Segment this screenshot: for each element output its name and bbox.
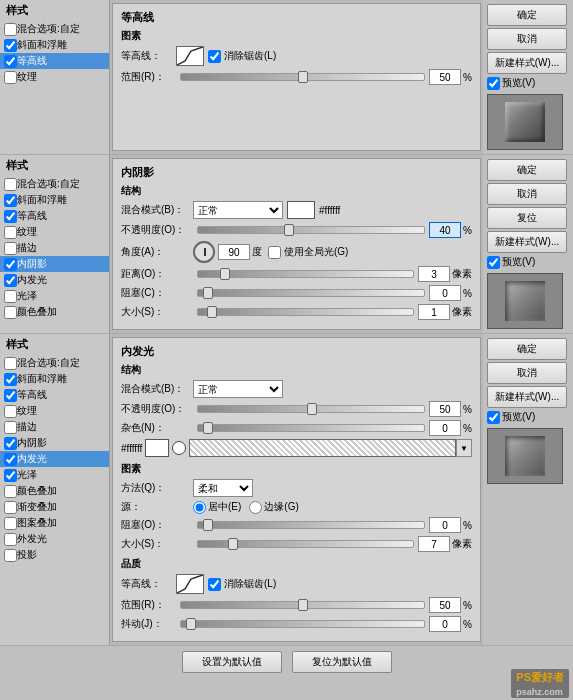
sidebar-2-blend[interactable]: 混合选项:自定 <box>0 176 109 192</box>
distance-slider-2[interactable] <box>197 270 414 278</box>
set-default-button[interactable]: 设置为默认值 <box>182 651 282 673</box>
sidebar-3-outer-glow[interactable]: 外发光 <box>0 531 109 547</box>
jitter-input-3[interactable] <box>429 616 461 632</box>
sidebar-2-inner-shadow[interactable]: 内阴影 <box>0 256 109 272</box>
inner-shadow2-chk[interactable] <box>4 258 17 271</box>
sidebar-3-contour[interactable]: 等高线 <box>0 387 109 403</box>
range-slider-3[interactable] <box>180 601 425 609</box>
sidebar-3-drop-shadow[interactable]: 投影 <box>0 547 109 563</box>
satin3-chk[interactable] <box>4 469 17 482</box>
contour3-chk[interactable] <box>4 389 17 402</box>
global-light-label[interactable]: 使用全局光(G) <box>268 245 348 259</box>
range-slider-1[interactable] <box>180 73 425 81</box>
bevel2-chk[interactable] <box>4 194 17 207</box>
sidebar-3-blend[interactable]: 混合选项:自定 <box>0 355 109 371</box>
size-input-2[interactable] <box>418 304 450 320</box>
sidebar-item-contour1[interactable]: 等高线 <box>0 53 109 69</box>
blend2-chk[interactable] <box>4 178 17 191</box>
choke-slider-2[interactable] <box>197 289 425 297</box>
ok-button-1[interactable]: 确定 <box>487 4 567 26</box>
contour2-chk[interactable] <box>4 210 17 223</box>
noise-input-3[interactable] <box>429 420 461 436</box>
source-center-label[interactable]: 居中(E) <box>193 500 241 514</box>
remove-jagged-checkbox[interactable] <box>208 50 221 63</box>
sidebar-2-texture[interactable]: 纹理 <box>0 224 109 240</box>
range-input-3[interactable] <box>429 597 461 613</box>
sidebar-2-bevel[interactable]: 斜面和浮雕 <box>0 192 109 208</box>
sidebar-2-stroke[interactable]: 描边 <box>0 240 109 256</box>
ok-button-2[interactable]: 确定 <box>487 159 567 181</box>
color-circle-3[interactable] <box>172 441 186 455</box>
opacity-input-3[interactable] <box>429 401 461 417</box>
ok-button-3[interactable]: 确定 <box>487 338 567 360</box>
inner-shadow3-chk[interactable] <box>4 437 17 450</box>
gradient-swatch-3[interactable] <box>189 439 456 457</box>
preview-checkbox-1[interactable]: 预览(V) <box>487 76 569 90</box>
opacity-input-2[interactable] <box>429 222 461 238</box>
new-style-button-1[interactable]: 新建样式(W)... <box>487 52 567 74</box>
source-edge-radio[interactable] <box>249 501 262 514</box>
blend-checkbox-1[interactable] <box>4 23 17 36</box>
sidebar-2-contour[interactable]: 等高线 <box>0 208 109 224</box>
preview-checkbox-2[interactable]: 预览(V) <box>487 255 569 269</box>
sidebar-2-color-overlay[interactable]: 颜色叠加 <box>0 304 109 320</box>
gradient3-chk[interactable] <box>4 501 17 514</box>
color-swatch-2[interactable] <box>287 201 315 219</box>
new-style-button-2[interactable]: 新建样式(W)... <box>487 231 567 253</box>
cancel-button-2[interactable]: 取消 <box>487 183 567 205</box>
blend-select-3[interactable]: 正常 <box>193 380 283 398</box>
sidebar-3-texture[interactable]: 纹理 <box>0 403 109 419</box>
opacity-slider-2[interactable] <box>197 226 425 234</box>
choke-input-2[interactable] <box>429 285 461 301</box>
texture3-chk[interactable] <box>4 405 17 418</box>
texture-checkbox-1[interactable] <box>4 71 17 84</box>
remove-jagged-label-3[interactable]: 消除锯齿(L) <box>208 577 276 591</box>
choke-slider-3[interactable] <box>197 521 425 529</box>
sidebar-3-satin[interactable]: 光泽 <box>0 467 109 483</box>
sidebar-2-inner-glow[interactable]: 内发光 <box>0 272 109 288</box>
contour-thumb-3[interactable] <box>176 574 204 594</box>
bevel-checkbox-1[interactable] <box>4 39 17 52</box>
outer-glow3-chk[interactable] <box>4 533 17 546</box>
blend3-chk[interactable] <box>4 357 17 370</box>
size-slider-3[interactable] <box>197 540 414 548</box>
angle-dial-2[interactable] <box>193 241 215 263</box>
choke-input-3[interactable] <box>429 517 461 533</box>
opacity-slider-3[interactable] <box>197 405 425 413</box>
texture2-chk[interactable] <box>4 226 17 239</box>
sidebar-2-satin[interactable]: 光泽 <box>0 288 109 304</box>
sidebar-item-blend1[interactable]: 混合选项:自定 <box>0 21 109 37</box>
contour-thumb[interactable] <box>176 46 204 66</box>
satin2-chk[interactable] <box>4 290 17 303</box>
inner-glow3-chk[interactable] <box>4 453 17 466</box>
noise-slider-3[interactable] <box>197 424 425 432</box>
sidebar-3-gradient[interactable]: 渐变叠加 <box>0 499 109 515</box>
preview-checkbox-3[interactable]: 预览(V) <box>487 410 569 424</box>
stroke2-chk[interactable] <box>4 242 17 255</box>
gradient-arrow-3[interactable]: ▼ <box>456 439 472 457</box>
jitter-slider-3[interactable] <box>180 620 425 628</box>
angle-input-2[interactable] <box>218 244 250 260</box>
distance-input-2[interactable] <box>418 266 450 282</box>
sidebar-3-pattern[interactable]: 图案叠加 <box>0 515 109 531</box>
color-overlay2-chk[interactable] <box>4 306 17 319</box>
inner-glow2-chk[interactable] <box>4 274 17 287</box>
global-light-chk[interactable] <box>268 246 281 259</box>
size-input-3[interactable] <box>418 536 450 552</box>
sidebar-3-inner-shadow[interactable]: 内阴影 <box>0 435 109 451</box>
reset-button-2[interactable]: 复位 <box>487 207 567 229</box>
pattern3-chk[interactable] <box>4 517 17 530</box>
stroke3-chk[interactable] <box>4 421 17 434</box>
sidebar-item-texture1[interactable]: 纹理 <box>0 69 109 85</box>
sidebar-item-bevel1[interactable]: 斜面和浮雕 <box>0 37 109 53</box>
color-box-3[interactable] <box>145 439 169 457</box>
bevel3-chk[interactable] <box>4 373 17 386</box>
blend-mode-select-2[interactable]: 正常 <box>193 201 283 219</box>
sidebar-3-stroke[interactable]: 描边 <box>0 419 109 435</box>
cancel-button-3[interactable]: 取消 <box>487 362 567 384</box>
remove-jagged-chk-3[interactable] <box>208 578 221 591</box>
remove-jagged-label[interactable]: 消除锯齿(L) <box>208 49 276 63</box>
sidebar-3-inner-glow[interactable]: 内发光 <box>0 451 109 467</box>
new-style-button-3[interactable]: 新建样式(W)... <box>487 386 567 408</box>
source-center-radio[interactable] <box>193 501 206 514</box>
